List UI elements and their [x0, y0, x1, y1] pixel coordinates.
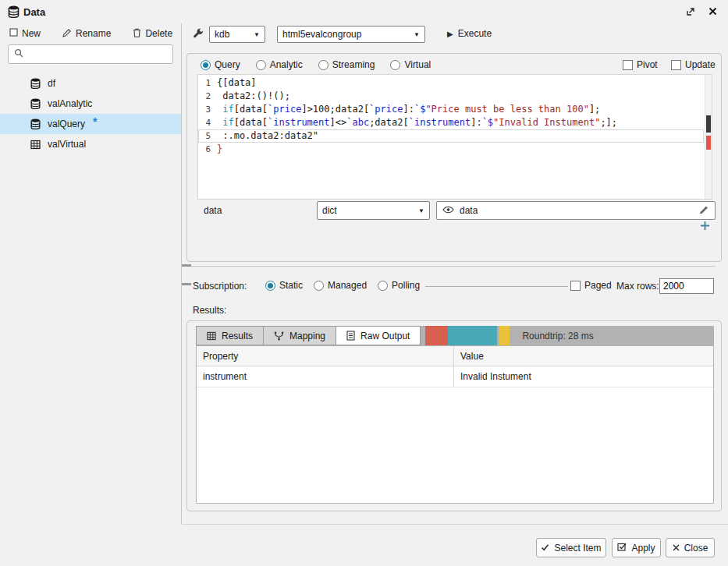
roundtrip-segment: [425, 326, 448, 345]
server-select[interactable]: kdb▼: [209, 26, 265, 43]
radio-icon: [378, 281, 388, 291]
edit-value-icon[interactable]: [698, 205, 709, 216]
horizontal-splitter[interactable]: [186, 266, 716, 267]
code-line[interactable]: 6}: [198, 143, 704, 156]
max-rows-input[interactable]: [659, 278, 714, 294]
connection-group-select[interactable]: html5evalcongroup▼: [277, 26, 425, 43]
play-icon: ▶: [447, 30, 453, 38]
sidebar-toolbar: New Rename Delete: [9, 25, 172, 42]
connection-tools-icon[interactable]: [193, 28, 204, 41]
code-line[interactable]: 5 :.mo.data2:data2": [198, 129, 704, 143]
roundtrip-bar: [425, 326, 510, 345]
item-label: valQuery: [48, 119, 85, 129]
search-input[interactable]: [28, 49, 167, 60]
new-button[interactable]: New: [9, 28, 41, 39]
data-dialog: Data New Rename Delete dfvalAnalyticvalQ: [0, 0, 728, 566]
code-line[interactable]: 2 data2:()!();: [198, 90, 704, 103]
sidebar: New Rename Delete dfvalAnalyticvalQuery*…: [0, 23, 181, 566]
expand-icon[interactable]: [686, 7, 695, 19]
trash-icon: [133, 28, 141, 40]
code-line[interactable]: 4 if[data[`instrument]<>`abc;data2[`inst…: [198, 116, 704, 129]
column-header-property[interactable]: Property: [197, 346, 454, 366]
parameter-row: data dict▼ data: [187, 200, 721, 221]
radio-icon: [256, 60, 266, 70]
database-icon: [30, 98, 41, 109]
radio-icon: [201, 60, 211, 70]
pencil-icon: [62, 28, 72, 40]
parameter-type-select[interactable]: dict▼: [317, 201, 430, 220]
results-groupbox: ResultsMappingRaw Output Roundtrip: 28 m…: [186, 320, 722, 511]
parameter-value-field[interactable]: data: [436, 201, 716, 220]
table-cell: instrument: [197, 366, 454, 387]
tab-mapping[interactable]: Mapping: [264, 326, 336, 345]
radio-icon: [390, 60, 400, 70]
grid-icon: [207, 331, 216, 341]
subscription-label: Subscription:: [193, 281, 247, 292]
results-tabstrip: ResultsMappingRaw Output Roundtrip: 28 m…: [196, 326, 714, 345]
line-number: 4: [198, 116, 217, 129]
subscription-divider: [425, 286, 568, 287]
column-header-value[interactable]: Value: [454, 346, 713, 366]
search-box[interactable]: [8, 44, 173, 64]
close-button[interactable]: Close: [666, 538, 715, 557]
scrollbar-thumb[interactable]: [706, 115, 711, 133]
line-number: 2: [198, 90, 217, 103]
roundtrip-segment: [499, 326, 510, 345]
add-parameter-icon[interactable]: [700, 221, 710, 233]
pivot-checkbox[interactable]: Pivot: [623, 59, 658, 70]
query-groupbox: QueryAnalyticStreamingVirtual Pivot Upda…: [186, 53, 722, 262]
query-type-virtual-radio[interactable]: Virtual: [390, 59, 431, 70]
query-panel: kdb▼ html5evalcongroup▼ ▶ Execute QueryA…: [182, 23, 728, 566]
list-item-valVirtual[interactable]: valVirtual: [0, 134, 181, 154]
query-type-analytic-radio[interactable]: Analytic: [256, 59, 303, 70]
update-checkbox[interactable]: Update: [671, 59, 716, 70]
apply-button[interactable]: Apply: [612, 538, 661, 557]
tab-raw-output[interactable]: Raw Output: [336, 326, 421, 345]
eye-icon: [442, 205, 454, 216]
doc-icon: [346, 331, 355, 341]
roundtrip-segment: [448, 326, 497, 345]
query-type-radios: QueryAnalyticStreamingVirtual: [201, 58, 431, 72]
execute-button[interactable]: ▶ Execute: [447, 28, 492, 39]
results-table: Property Value instrumentInvalid Instume…: [196, 345, 714, 504]
parameter-name: data: [204, 205, 222, 216]
list-item-valAnalytic[interactable]: valAnalytic: [0, 94, 181, 114]
paged-checkbox[interactable]: Paged: [570, 280, 612, 291]
select-item-button[interactable]: Select Item: [536, 538, 606, 557]
subscription-managed-radio[interactable]: Managed: [314, 280, 367, 291]
subscription-polling-radio[interactable]: Polling: [378, 280, 420, 291]
query-type-query-radio[interactable]: Query: [201, 59, 240, 70]
subscription-static-radio[interactable]: Static: [265, 280, 303, 291]
line-number: 1: [198, 76, 217, 90]
rename-button[interactable]: Rename: [62, 28, 111, 40]
delete-button[interactable]: Delete: [133, 28, 172, 40]
table-row[interactable]: instrumentInvalid Instument: [197, 366, 713, 387]
close-icon[interactable]: [708, 7, 717, 18]
table-header: Property Value: [197, 346, 713, 366]
error-marker: [706, 136, 711, 150]
splitter-handle[interactable]: [182, 264, 191, 267]
radio-icon: [318, 60, 328, 70]
line-number: 6: [198, 143, 217, 156]
query-type-streaming-radio[interactable]: Streaming: [318, 59, 375, 70]
code-line[interactable]: 1{[data]: [198, 76, 704, 90]
mapping-icon: [274, 331, 284, 341]
list-item-valQuery[interactable]: valQuery*: [0, 114, 181, 134]
code-lines: 1{[data]2 data2:()!();3 if[data[`price]>…: [198, 76, 704, 156]
database-icon: [8, 5, 20, 20]
tab-results[interactable]: Results: [196, 326, 264, 345]
dialog-title: Data: [23, 6, 45, 18]
code-editor[interactable]: 1{[data]2 data2:()!();3 if[data[`price]>…: [197, 74, 712, 200]
line-number: 3: [198, 103, 217, 116]
editor-scrollbar[interactable]: [705, 75, 712, 199]
results-rows: instrumentInvalid Instument: [197, 366, 713, 387]
modified-indicator: *: [93, 116, 97, 127]
checkbox-icon: [623, 60, 633, 70]
checkbox-icon: [671, 60, 681, 70]
code-line[interactable]: 3 if[data[`price]>100;data2[`price]:`$"P…: [198, 103, 704, 116]
item-label: valAnalytic: [48, 98, 92, 109]
new-icon: [9, 28, 18, 39]
item-label: df: [48, 78, 55, 89]
list-item-df[interactable]: df: [0, 73, 181, 94]
subscription-radios: StaticManagedPolling: [265, 280, 420, 291]
